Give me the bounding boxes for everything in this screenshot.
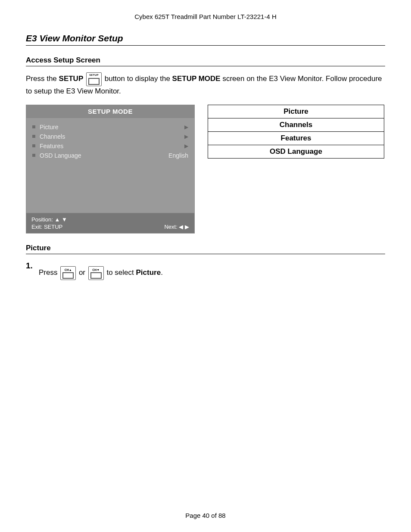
text: . [161,268,163,277]
step-row: 1. Press CH▲ or CH▼ to select Picture. [26,260,385,280]
page-number: Page 40 of 88 [0,512,411,519]
access-paragraph: Press the SETUP SETUP button to display … [26,72,385,97]
osd-footer-next: Next: ◀ ▶ [164,224,189,230]
bullet-icon [32,144,35,147]
bullet-icon [32,154,35,157]
osd-item-label: Channels [40,133,184,140]
text: Press the [26,75,59,83]
picture-heading: Picture [26,244,385,254]
ch-up-label: CH▲ [61,268,75,272]
chevron-right-icon: ▶ [184,143,188,149]
osd-screenshot: SETUP MODE Picture ▶ Channels ▶ Features… [26,105,195,233]
text: or [77,268,87,277]
chevron-right-icon: ▶ [184,124,188,130]
osd-footer-exit: Exit: SETUP [31,224,62,230]
table-cell: OSD Language [208,145,384,158]
table-cell: Features [208,131,384,145]
osd-footer-position: Position: ▲ ▼ [31,216,67,223]
screen-icon [62,272,74,279]
screen-icon [90,272,102,279]
bullet-icon [32,135,35,138]
doc-header: Cybex 625T Treadmill Part Number LT-2322… [26,13,385,20]
osd-item-label: OSD Language [40,152,168,159]
setup-word: SETUP [59,75,84,83]
osd-row: Picture ▶ [32,122,188,132]
ch-down-label: CH▼ [89,268,103,272]
menu-items-table: Picture Channels Features OSD Language [208,105,384,159]
osd-item-value: English [168,152,188,159]
channel-down-button-icon: CH▼ [88,266,104,280]
osd-row: OSD Language English [32,151,188,160]
bullet-icon [32,125,35,128]
text: Press [39,268,59,277]
setup-button-icon: SETUP [86,72,102,86]
osd-row: Features ▶ [32,141,188,151]
text: to select [105,268,136,277]
table-cell: Picture [208,105,384,118]
channel-up-button-icon: CH▲ [60,266,76,280]
step-number: 1. [26,260,39,280]
table-cell: Channels [208,118,384,131]
setup-mode-word: SETUP MODE [172,75,221,83]
setup-icon-label: SETUP [87,73,101,77]
osd-item-label: Features [40,143,184,149]
osd-item-label: Picture [40,124,184,131]
section-title: E3 View Monitor Setup [26,33,385,46]
screen-icon [88,78,100,85]
picture-word: Picture [136,268,161,277]
osd-row: Channels ▶ [32,132,188,141]
osd-title: SETUP MODE [26,105,194,118]
text: button to display the [103,75,172,83]
chevron-right-icon: ▶ [184,134,188,140]
access-heading: Access Setup Screen [26,56,385,66]
